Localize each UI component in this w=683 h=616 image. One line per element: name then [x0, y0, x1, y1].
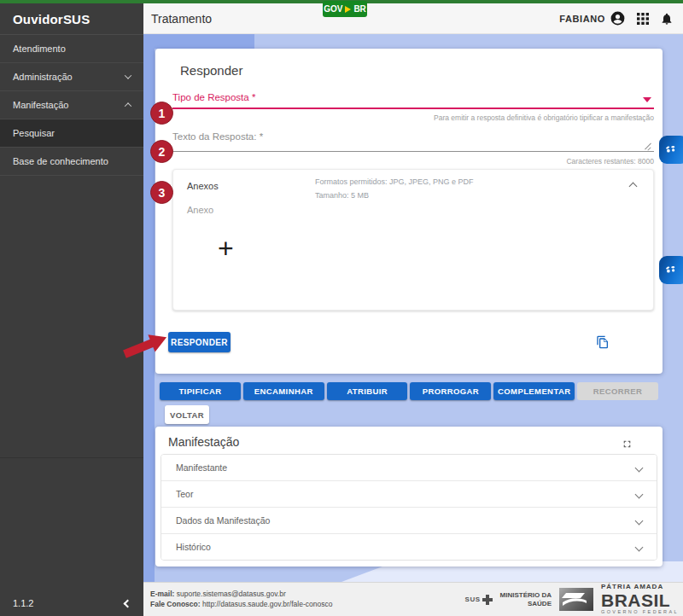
encaminhar-button[interactable]: ENCAMINHAR	[243, 382, 324, 400]
sidebar-item-label: Manifestação	[13, 100, 68, 110]
annotation-badge-1: 1	[150, 102, 173, 125]
sus-label: SUS	[465, 596, 481, 603]
prorrogar-button[interactable]: PRORROGAR	[410, 382, 491, 400]
chars-remaining: Caracteres restantes: 8000	[566, 157, 654, 166]
tipo-resposta-underline[interactable]	[172, 108, 654, 109]
anexo-label: Anexo	[187, 205, 213, 215]
chevron-down-icon	[635, 463, 644, 472]
accordion-teor[interactable]: Teor	[161, 481, 657, 508]
anexos-title: Anexos	[187, 181, 219, 191]
page-title: Tratamento	[151, 12, 212, 26]
complementar-button[interactable]: COMPLEMENTAR	[493, 382, 575, 400]
sidebar-item-label: Atendimento	[13, 44, 66, 54]
background-block	[155, 34, 254, 49]
accordion-label: Histórico	[176, 542, 211, 552]
user-name: FABIANO	[559, 14, 605, 24]
accordion-manifestante[interactable]: Manifestante	[161, 455, 657, 481]
sidebar: OuvidorSUS Atendimento Administração Man…	[0, 3, 143, 616]
copy-icon[interactable]	[596, 335, 610, 352]
action-buttons-row: TIPIFICAR ENCAMINHAR ATRIBUIR PRORROGAR …	[160, 382, 658, 400]
user-menu[interactable]: FABIANO	[559, 10, 626, 26]
footer-email-label: E-mail:	[150, 590, 174, 598]
govbr-br-label: BR	[353, 4, 365, 14]
atribuir-button[interactable]: ATRIBUIR	[327, 382, 408, 400]
sidebar-item-manifestacao[interactable]: Manifestação	[0, 91, 143, 119]
recorrer-button-disabled: RECORRER	[577, 382, 658, 400]
responder-title: Responder	[180, 63, 242, 78]
chevron-down-icon	[635, 490, 644, 498]
content-area: Tratamento FABIANO	[143, 3, 683, 616]
sidebar-item-label: Administração	[13, 72, 73, 82]
collapse-sidebar-icon[interactable]	[124, 599, 132, 607]
texto-resposta-label: Texto da Resposta: *	[172, 131, 263, 142]
apps-grid-icon[interactable]	[637, 13, 649, 25]
anexos-panel: Anexos Formatos permitidos: JPG, JPEG, P…	[172, 169, 654, 311]
govbr-arrow-icon	[345, 6, 351, 13]
account-icon	[610, 10, 626, 26]
fullscreen-icon[interactable]	[622, 438, 633, 453]
responder-button[interactable]: RESPONDER	[168, 332, 231, 352]
footer: E-mail: suporte.sistemas@datasus.gov.br …	[143, 582, 683, 616]
collapse-anexos-icon[interactable]	[629, 183, 638, 191]
footer-contact: E-mail: suporte.sistemas@datasus.gov.br …	[150, 590, 332, 610]
accordion-dados-manifestacao[interactable]: Dados da Manifestação	[161, 508, 657, 534]
brasil-flag-logo	[559, 588, 593, 611]
hands-icon	[663, 142, 678, 157]
tipificar-button[interactable]: TIPIFICAR	[160, 382, 241, 400]
notifications-bell-icon[interactable]	[660, 12, 674, 26]
voltar-button[interactable]: VOLTAR	[165, 405, 209, 424]
chevron-up-icon	[125, 102, 131, 109]
accessibility-vlibras-button[interactable]	[659, 256, 683, 284]
accordion-historico[interactable]: Histórico	[161, 534, 657, 560]
sus-logo: SUS	[465, 595, 493, 605]
sidebar-item-label: Pesquisar	[13, 128, 55, 138]
annotation-badge-2: 2	[150, 140, 173, 163]
anexos-size: Tamanho: 5 MB	[315, 191, 369, 200]
sidebar-item-administracao[interactable]: Administração	[0, 63, 143, 91]
annotation-badge-3: 3	[150, 181, 173, 204]
ministerio-saude-logo: MINISTÉRIO DA SAÚDE	[500, 591, 552, 607]
dropdown-caret-icon[interactable]	[643, 97, 651, 102]
responder-card: Responder Tipo de Resposta * Para emitir…	[155, 49, 663, 374]
tipo-resposta-select[interactable]: Tipo de Resposta *	[172, 92, 255, 102]
govbr-badge[interactable]: GOV BR	[323, 1, 367, 17]
sidebar-item-label: Base de conhecimento	[13, 156, 108, 166]
sidebar-item-base-conhecimento[interactable]: Base de conhecimento	[0, 148, 143, 176]
footer-fale-label: Fale Conosco:	[150, 600, 201, 608]
accordion-label: Teor	[176, 489, 193, 499]
chevron-down-icon	[635, 516, 644, 525]
toolbar: Tratamento FABIANO	[143, 3, 683, 34]
manifestacao-card: Manifestação Manifestante Teor Dados da …	[155, 427, 663, 567]
manifestacao-title: Manifestação	[168, 435, 239, 449]
govbr-gov-label: GOV	[324, 4, 342, 14]
sidebar-item-atendimento[interactable]: Atendimento	[0, 35, 143, 63]
footer-fale-url: http://datasus.saude.gov.br/fale-conosco	[202, 600, 332, 608]
accessibility-handtalk-button[interactable]	[659, 136, 683, 164]
app-title: OuvidorSUS	[0, 3, 143, 35]
add-anexo-button[interactable]: +	[218, 235, 234, 262]
texto-resposta-input[interactable]	[172, 151, 654, 152]
accordion-label: Manifestante	[176, 462, 227, 473]
hands-icon	[663, 263, 678, 277]
textarea-resize-handle[interactable]	[644, 142, 651, 150]
accordion-label: Dados da Manifestação	[176, 515, 270, 526]
sidebar-item-pesquisar[interactable]: Pesquisar	[0, 119, 143, 148]
chevron-down-icon	[635, 543, 644, 551]
manifestacao-accordion: Manifestante Teor Dados da Manifestação …	[161, 454, 657, 561]
sidebar-divider	[0, 457, 143, 458]
app-version: 1.1.2	[13, 598, 33, 608]
anexos-formats: Formatos permitidos: JPG, JPEG, PNG e PD…	[315, 177, 474, 186]
sus-cross-icon	[482, 595, 493, 605]
ouvidorsus-app: GOV BR OuvidorSUS Atendimento Administra…	[0, 0, 683, 616]
footer-email: suporte.sistemas@datasus.gov.br	[177, 590, 286, 598]
chevron-down-icon	[125, 72, 131, 78]
patria-amada-brasil-logo: PÁTRIA AMADA BRASIL GOVERNO FEDERAL	[601, 584, 679, 615]
tipo-resposta-helper: Para emitir a resposta definitiva é obri…	[434, 113, 654, 122]
